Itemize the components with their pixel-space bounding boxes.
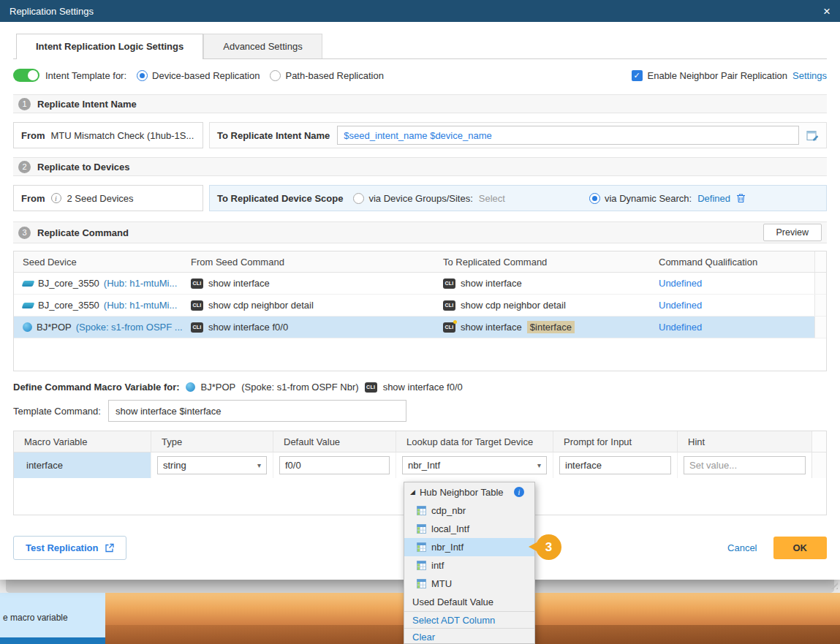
seed-device-cell: BJ*POP (Spoke: s1-from OSPF ...: [14, 322, 182, 333]
dropdown-item-intf[interactable]: intf: [404, 556, 534, 575]
replicate-command-table: Seed Device From Seed Command To Replica…: [13, 251, 827, 371]
radio-device-based-replication[interactable]: Device-based Replication: [137, 70, 260, 81]
lookup-select-value: nbr_Intf: [408, 460, 440, 471]
device-name: BJ*POP: [37, 322, 72, 333]
define-macro-label: Define Command Macro Variable for:: [13, 382, 180, 393]
section-number-badge: 1: [18, 98, 31, 110]
dynamic-search-defined-link[interactable]: Defined: [697, 193, 730, 204]
replicated-command-cell: CLI show cdp neighbor detail: [434, 300, 650, 311]
radio-path-based-label: Path-based Replication: [285, 70, 383, 81]
col-type: Type: [151, 431, 273, 452]
command-row[interactable]: BJ_core_3550 (Hub: h1-mtuMi... CLI show …: [14, 273, 826, 295]
template-command-row: Template Command:: [13, 400, 827, 422]
default-value-input[interactable]: [279, 456, 390, 474]
neighbor-pair-group: ✓ Enable Neighbor Pair Replication Setti…: [632, 70, 828, 81]
cli-badge: CLI: [191, 322, 203, 333]
command-row-selected[interactable]: BJ*POP (Spoke: s1-from OSPF ... CLI show…: [14, 317, 826, 338]
resize-handle-icon[interactable]: [828, 580, 838, 589]
dropdown-item-local-intf[interactable]: local_Intf: [404, 520, 534, 538]
dropdown-item-label: MTU: [431, 578, 452, 589]
seed-command-text: show interface f0/0: [208, 322, 288, 333]
macro-variable-cell[interactable]: interface: [14, 452, 151, 478]
define-macro-variable-row: Define Command Macro Variable for: BJ*PO…: [13, 382, 827, 393]
col-macro-variable: Macro Variable: [14, 431, 151, 452]
dropdown-item-label: nbr_Intf: [431, 542, 463, 553]
device-groups-select-link[interactable]: Select: [479, 193, 505, 204]
trash-icon[interactable]: [736, 193, 746, 203]
dropdown-item-label: Used Default Value: [412, 596, 493, 607]
annotation-callout-badge: 3: [536, 534, 561, 560]
to-intent-name-input[interactable]: [337, 126, 799, 145]
test-replication-label: Test Replication: [26, 542, 98, 553]
switch-device-icon: [22, 303, 35, 308]
info-icon[interactable]: i: [514, 487, 524, 497]
tab-bar: Intent Replication Logic Settings Advanc…: [13, 34, 827, 59]
close-icon[interactable]: ×: [823, 5, 830, 18]
template-command-input[interactable]: [108, 400, 406, 422]
prompt-for-input-field[interactable]: [559, 456, 671, 474]
section-title: Replicate Command: [37, 227, 129, 238]
external-link-icon: [105, 543, 114, 553]
ok-button[interactable]: OK: [773, 537, 828, 559]
command-row[interactable]: BJ_core_3550 (Hub: h1-mtuMi... CLI show …: [14, 295, 826, 317]
device-scope-label: To Replicated Device Scope: [217, 193, 343, 204]
radio-via-dynamic-search[interactable]: via Dynamic Search:: [589, 193, 692, 204]
via-dynamic-search-label: via Dynamic Search:: [605, 193, 692, 204]
radio-via-device-groups[interactable]: via Device Groups/Sites:: [353, 193, 472, 204]
dropdown-item-nbr-intf-selected[interactable]: nbr_Intf: [404, 538, 534, 556]
radio-path-based-replication[interactable]: Path-based Replication: [270, 70, 383, 81]
dropdown-item-used-default-value[interactable]: Used Default Value: [404, 593, 534, 611]
table-icon: [417, 506, 426, 515]
test-replication-button[interactable]: Test Replication: [13, 536, 126, 560]
seed-intent-box: From MTU Mismatch Check (1hub-1S...: [13, 122, 203, 148]
callout-number: 3: [545, 540, 552, 555]
expression-editor-icon[interactable]: [806, 130, 819, 141]
col-from-seed-command: From Seed Command: [182, 257, 434, 268]
neighbor-pair-checkbox[interactable]: ✓: [632, 70, 643, 81]
lookup-select[interactable]: nbr_Intf ▾: [402, 456, 547, 474]
scrollbar-gutter: [814, 273, 826, 294]
macro-variable-row: interface string ▾ nbr_Intf: [14, 452, 826, 478]
radio-unselected-icon: [270, 70, 281, 81]
dropdown-item-cdp-nbr[interactable]: cdp_nbr: [404, 501, 534, 520]
section-title: Replicate Intent Name: [37, 99, 137, 110]
command-table-header: Seed Device From Seed Command To Replica…: [14, 251, 826, 273]
dropdown-action-clear[interactable]: Clear: [404, 628, 534, 644]
router-device-icon: [23, 322, 32, 332]
replicated-command-text: show interface: [461, 322, 522, 333]
switch-device-icon: [22, 281, 35, 287]
table-icon: [417, 579, 426, 588]
neighbor-pair-settings-link[interactable]: Settings: [792, 70, 827, 81]
cli-badge: CLI: [443, 300, 455, 311]
intent-template-label: Intent Template for:: [45, 70, 126, 81]
col-command-qualification: Command Qualification: [650, 257, 814, 268]
dropdown-item-mtu[interactable]: MTU: [404, 575, 534, 593]
scrollbar-gutter: [811, 431, 826, 452]
table-icon: [417, 524, 426, 534]
type-select[interactable]: string ▾: [157, 456, 267, 474]
tab-advanced-settings[interactable]: Advanced Settings: [203, 34, 322, 58]
replicate-intent-name-row: From MTU Mismatch Check (1hub-1S... To R…: [13, 122, 827, 148]
intent-template-row: Intent Template for: Device-based Replic…: [13, 59, 827, 91]
cli-badge: CLI: [443, 279, 455, 289]
intent-template-toggle[interactable]: [13, 69, 39, 82]
chevron-down-icon: ▾: [257, 461, 261, 469]
scrollbar-gutter: [811, 452, 826, 478]
tab-intent-replication-logic-settings[interactable]: Intent Replication Logic Settings: [16, 34, 203, 59]
col-lookup-data: Lookup data for Target Device: [396, 431, 553, 452]
dropdown-group-hub-neighbor-table[interactable]: ◢ Hub Neighbor Table i: [404, 482, 534, 501]
hint-input[interactable]: [684, 456, 806, 474]
qualification-undefined-link[interactable]: Undefined: [650, 300, 814, 311]
lookup-cell: nbr_Intf ▾: [396, 452, 553, 478]
qualification-undefined-link[interactable]: Undefined: [650, 322, 814, 333]
qualification-undefined-link[interactable]: Undefined: [650, 278, 814, 289]
type-select-value: string: [163, 460, 186, 471]
tree-expander-icon[interactable]: ◢: [410, 488, 415, 496]
preview-button[interactable]: Preview: [763, 224, 822, 241]
cancel-button[interactable]: Cancel: [727, 542, 757, 553]
radio-selected-icon: [589, 193, 600, 204]
seed-device-cell: BJ_core_3550 (Hub: h1-mtuMi...: [14, 278, 182, 289]
dropdown-action-label: Clear: [412, 632, 435, 643]
dropdown-action-select-adt-column[interactable]: Select ADT Column: [404, 611, 534, 628]
from-seed-command-cell: CLI show interface f0/0: [182, 322, 434, 333]
